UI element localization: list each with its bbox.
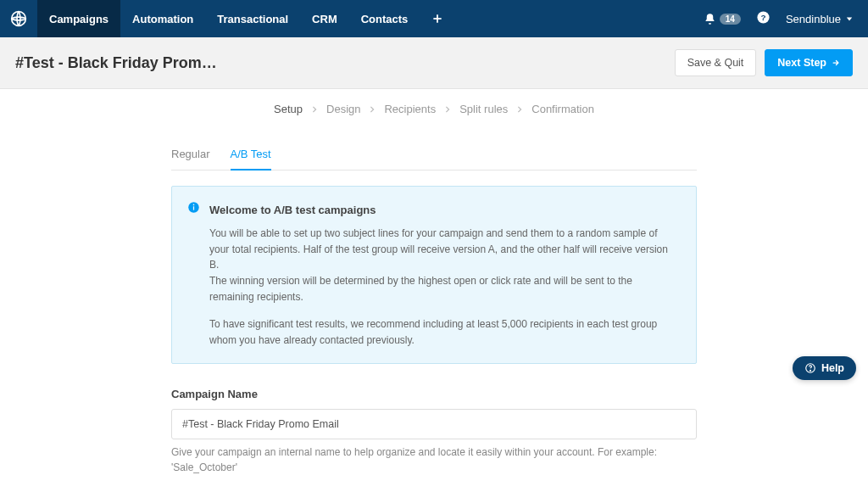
nav-transactional[interactable]: Transactional [205,0,300,37]
header-bar: #Test - Black Friday Prom… Save & Quit N… [0,37,868,89]
step-setup[interactable]: Setup [274,103,303,115]
svg-point-8 [193,204,195,206]
info-icon [187,201,200,219]
notification-count-badge: 14 [720,14,741,25]
campaign-name-input[interactable] [171,409,697,439]
step-design[interactable]: Design [326,103,360,115]
save-quit-button[interactable]: Save & Quit [675,49,757,76]
help-icon[interactable]: ? [756,10,771,27]
nav-add-button[interactable] [420,0,455,37]
header-actions: Save & Quit Next Step [675,49,853,76]
help-float-label: Help [821,362,844,374]
svg-rect-7 [193,206,194,210]
wizard-steps: Setup Design Recipients Split rules Conf… [0,89,868,122]
campaign-name-label: Campaign Name [171,388,697,400]
help-float-button[interactable]: Help [793,356,856,380]
step-recipients[interactable]: Recipients [384,103,436,115]
info-text-3: To have significant test results, we rec… [209,316,679,348]
nav-automation[interactable]: Automation [120,0,205,37]
chevron-right-icon [311,103,318,115]
info-title: Welcome to A/B test campaigns [209,202,679,219]
chevron-right-icon [369,103,376,115]
main-content: Regular A/B Test Welcome to A/B test cam… [171,122,697,492]
svg-point-10 [810,370,810,371]
tab-regular[interactable]: Regular [171,141,210,171]
chevron-right-icon [444,103,451,115]
tab-ab-test[interactable]: A/B Test [231,141,271,171]
account-label: Sendinblue [786,13,841,25]
brand-logo[interactable] [0,0,37,37]
svg-point-0 [12,12,26,26]
nav-contacts[interactable]: Contacts [349,0,420,37]
account-menu[interactable]: Sendinblue [786,13,853,25]
chevron-right-icon [516,103,523,115]
page-title: #Test - Black Friday Prom… [15,54,217,72]
top-nav: Campaigns Automation Transactional CRM C… [0,0,868,37]
step-split-rules[interactable]: Split rules [459,103,508,115]
notifications-button[interactable]: 14 [704,13,741,25]
step-confirmation[interactable]: Confirmation [531,103,594,115]
nav-items: Campaigns Automation Transactional CRM C… [37,0,455,37]
campaign-name-help: Give your campaign an internal name to h… [171,444,697,475]
svg-marker-5 [847,17,852,20]
nav-crm[interactable]: CRM [300,0,349,37]
nav-right: 14 ? Sendinblue [688,0,868,37]
info-text-1: You will be able to set up two subject l… [209,226,679,273]
info-box: Welcome to A/B test campaigns You will b… [171,186,697,364]
campaign-type-tabs: Regular A/B Test [171,141,697,171]
nav-campaigns[interactable]: Campaigns [37,0,120,37]
svg-text:?: ? [760,13,765,22]
info-text-2: The winning version will be determined b… [209,273,679,305]
next-step-button[interactable]: Next Step [765,49,853,76]
next-step-label: Next Step [777,57,826,69]
